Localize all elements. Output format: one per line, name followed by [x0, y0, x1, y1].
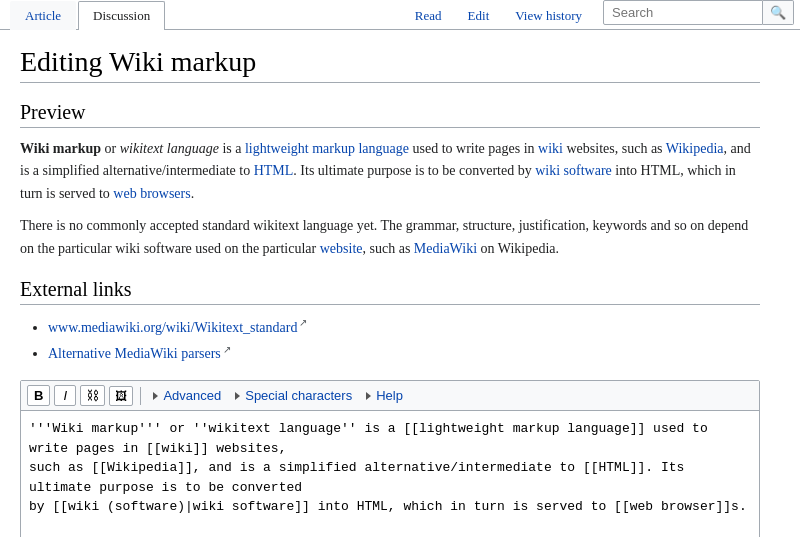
wiki-markup-bold: Wiki markup: [20, 141, 101, 156]
page-title: Editing Wiki markup: [20, 46, 760, 83]
wikitext-italic: wikitext language: [120, 141, 219, 156]
tab-discussion[interactable]: Discussion: [78, 1, 165, 30]
toolbar-link-button[interactable]: ⛓: [80, 385, 105, 406]
standard-paragraph: There is no commonly accepted standard w…: [20, 215, 760, 260]
toolbar-advanced-button[interactable]: Advanced: [148, 386, 226, 405]
editor-textarea[interactable]: [21, 411, 759, 537]
preview-section: Preview Wiki markup or wikitext language…: [20, 101, 760, 260]
link-alternative-parsers[interactable]: Alternative MediaWiki parsers: [48, 346, 231, 361]
editor-toolbar: B I ⛓ 🖼 Advanced Special characters Help: [21, 381, 759, 411]
tab-read[interactable]: Read: [402, 1, 455, 30]
right-tabs: Read Edit View history 🔍: [402, 0, 800, 29]
link-wikitext-standard[interactable]: www.mediawiki.org/wiki/Wikitext_standard: [48, 320, 307, 335]
help-triangle-icon: [366, 392, 371, 400]
advanced-triangle-icon: [153, 392, 158, 400]
main-content: Editing Wiki markup Preview Wiki markup …: [0, 30, 780, 537]
list-item: Alternative MediaWiki parsers: [48, 342, 760, 365]
tab-edit[interactable]: Edit: [455, 1, 503, 30]
preview-heading: Preview: [20, 101, 760, 128]
link-wiki-software[interactable]: wiki software: [535, 163, 612, 178]
tab-article[interactable]: Article: [10, 1, 76, 30]
toolbar-bold-button[interactable]: B: [27, 385, 50, 406]
toolbar-separator-1: [140, 387, 141, 405]
external-links-list: www.mediawiki.org/wiki/Wikitext_standard…: [20, 315, 760, 364]
link-web-browsers[interactable]: web browsers: [113, 186, 190, 201]
image-icon: 🖼: [115, 389, 127, 403]
list-item: www.mediawiki.org/wiki/Wikitext_standard: [48, 315, 760, 338]
page-header: Article Discussion Read Edit View histor…: [0, 0, 800, 30]
left-tabs: Article Discussion: [0, 0, 165, 29]
editor-container: B I ⛓ 🖼 Advanced Special characters Help: [20, 380, 760, 537]
link-mediawiki[interactable]: MediaWiki: [414, 241, 477, 256]
external-links-heading: External links: [20, 278, 760, 305]
link-lightweight-markup[interactable]: lightweight markup language: [245, 141, 409, 156]
advanced-label: Advanced: [163, 388, 221, 403]
toolbar-help-button[interactable]: Help: [361, 386, 408, 405]
link-website[interactable]: website: [320, 241, 363, 256]
search-button[interactable]: 🔍: [763, 0, 794, 25]
toolbar-image-button[interactable]: 🖼: [109, 386, 133, 406]
link-chain-icon: ⛓: [86, 388, 99, 403]
link-wiki[interactable]: wiki: [538, 141, 563, 156]
link-html[interactable]: HTML: [254, 163, 294, 178]
help-label: Help: [376, 388, 403, 403]
toolbar-italic-button[interactable]: I: [54, 385, 76, 406]
toolbar-special-chars-button[interactable]: Special characters: [230, 386, 357, 405]
special-chars-label: Special characters: [245, 388, 352, 403]
intro-paragraph: Wiki markup or wikitext language is a li…: [20, 138, 760, 205]
tab-view-history[interactable]: View history: [502, 1, 595, 30]
special-chars-triangle-icon: [235, 392, 240, 400]
search-input[interactable]: [603, 0, 763, 25]
link-wikipedia[interactable]: Wikipedia: [666, 141, 724, 156]
search-box: 🔍: [603, 0, 794, 25]
